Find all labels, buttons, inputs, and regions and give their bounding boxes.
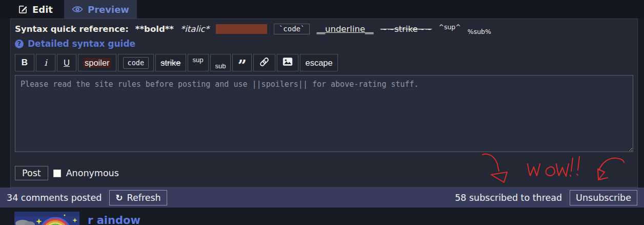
link-button[interactable]	[253, 54, 275, 71]
escape-button-label: escape	[305, 58, 332, 68]
syntax-italic-example: *italic*	[180, 24, 209, 34]
syntax-quick-reference: Syntax quick reference: **bold** *italic…	[15, 23, 633, 35]
tab-edit-label: Edit	[32, 4, 53, 15]
superscript-button[interactable]: sup	[188, 54, 209, 71]
syntax-bold-example: **bold**	[135, 24, 174, 34]
superscript-button-label: sup	[193, 56, 204, 64]
detailed-syntax-guide-link[interactable]: ? Detailed syntax guide	[15, 38, 633, 49]
tab-edit[interactable]: Edit	[10, 0, 61, 18]
tab-preview[interactable]: Preview	[64, 0, 137, 18]
thread-status-bar: 34 comments posted ↻ Refresh 58 subscrib…	[0, 188, 644, 208]
subscribed-count: 58 subscribed to thread	[455, 193, 562, 203]
avatar[interactable]	[14, 212, 79, 225]
question-mark-icon: ?	[15, 40, 24, 48]
refresh-button[interactable]: ↻ Refresh	[109, 190, 167, 205]
status-right-group: 58 subscribed to thread Unsubscribe	[455, 190, 637, 205]
code-button-label: code	[123, 57, 149, 69]
syntax-underline-example: __underline__	[316, 24, 373, 34]
escape-button[interactable]: escape	[300, 54, 337, 71]
tab-bar: Edit Preview	[0, 0, 644, 18]
post-row: Post Anonymous	[15, 166, 633, 180]
refresh-icon: ↻	[115, 193, 123, 203]
anonymous-label: Anonymous	[66, 168, 119, 178]
comment-preview-row: r aindow	[14, 212, 140, 225]
quote-icon: ”	[238, 63, 247, 68]
image-button[interactable]	[277, 54, 298, 71]
comment-textarea[interactable]	[15, 75, 633, 152]
refresh-button-label: Refresh	[127, 193, 161, 203]
status-left-group: 34 comments posted ↻ Refresh	[7, 190, 167, 205]
underline-button-label: U	[64, 58, 70, 68]
unsubscribe-button[interactable]: Unsubscribe	[570, 190, 637, 205]
edit-pencil-icon	[18, 5, 28, 14]
link-icon	[258, 56, 270, 70]
syntax-sup-example: ^sup^	[438, 23, 460, 31]
syntax-strike-example: ~~strike~~	[380, 24, 432, 34]
spoiler-button-label: spoiler	[83, 58, 111, 68]
syntax-code-example: `code`	[274, 24, 310, 34]
quote-button[interactable]: ”	[232, 54, 252, 71]
comment-username-link[interactable]: r aindow	[88, 214, 140, 225]
eye-icon	[72, 5, 83, 14]
syntax-reference-label: Syntax quick reference:	[15, 24, 129, 34]
strike-button[interactable]: strike	[155, 54, 186, 71]
strike-button-label: strike	[160, 58, 180, 68]
bold-button[interactable]: B	[15, 54, 34, 71]
subscript-button-label: sub	[215, 62, 226, 70]
image-icon	[282, 56, 293, 69]
post-button[interactable]: Post	[15, 166, 48, 180]
tab-preview-label: Preview	[88, 4, 129, 15]
subscript-button[interactable]: sub	[210, 54, 231, 71]
italic-button-label: i	[44, 58, 47, 68]
underline-button[interactable]: U	[57, 54, 76, 71]
syntax-sub-example: %sub%	[468, 28, 491, 35]
italic-button[interactable]: i	[36, 54, 55, 71]
spoiler-button[interactable]: spoiler	[78, 54, 116, 71]
formatting-toolbar: B i U spoiler code strike sup sub ”	[15, 54, 633, 71]
bold-button-label: B	[22, 58, 28, 68]
guide-link-label: Detailed syntax guide	[28, 39, 135, 49]
syntax-spoiler-swatch[interactable]	[216, 24, 267, 34]
comment-form-panel: Syntax quick reference: **bold** *italic…	[10, 18, 638, 188]
comments-posted-count: 34 comments posted	[7, 193, 102, 203]
anonymous-checkbox[interactable]	[53, 170, 61, 177]
code-button[interactable]: code	[118, 54, 154, 71]
